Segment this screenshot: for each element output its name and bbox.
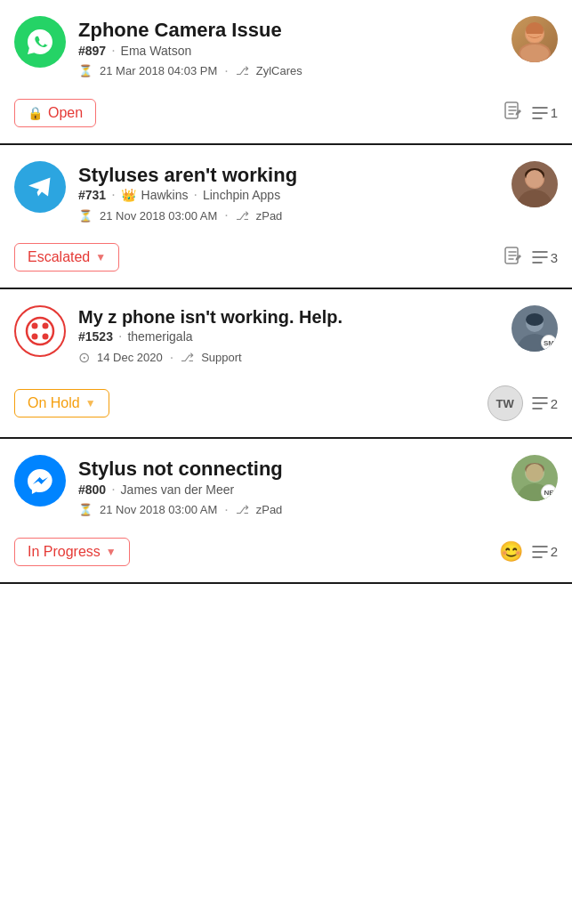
messenger-icon [14, 455, 66, 507]
ticket-title-4: Stylus not connecting [78, 457, 283, 482]
ticket-title-2: Styluses aren't working [78, 163, 297, 188]
edit-icon-2[interactable] [504, 246, 523, 270]
assignee-name-1: Ema Watson [121, 44, 192, 58]
status-badge-3[interactable]: On Hold ▼ [14, 389, 109, 417]
network-icon-1: ⎇ [236, 64, 249, 77]
assignee-name-2: Hawkins [141, 188, 189, 202]
svg-point-14 [32, 334, 38, 340]
svg-point-11 [27, 318, 53, 344]
ticket-card-3: My z phone isn't working. Help. #1523 · … [0, 289, 572, 439]
hourglass-icon-2: ⏳ [78, 209, 93, 223]
svg-point-6 [517, 190, 552, 207]
svg-point-4 [520, 45, 549, 62]
footer-right-1: 1 [504, 101, 558, 125]
avatar-3: SM [512, 305, 558, 352]
footer-right-2: 3 [504, 246, 558, 270]
ticket-title-3: My z phone isn't working. Help. [78, 305, 342, 328]
ticket-id-1: #897 [78, 44, 106, 58]
chevron-down-2: ▼ [95, 251, 106, 263]
ticket-card-1: Zphone Camera Issue #897 · Ema Watson ⏳ … [0, 0, 572, 145]
avatar-badge-4: NE [541, 484, 557, 500]
network-icon-3: ⎇ [181, 351, 194, 364]
telegram-icon [14, 161, 66, 213]
count-4: 2 [532, 544, 558, 559]
ticket-footer-1: 🔒 Open 1 [14, 99, 558, 127]
svg-point-12 [32, 323, 38, 329]
svg-point-18 [526, 313, 544, 326]
ticket-meta-1: #897 · Ema Watson [78, 43, 302, 59]
count-2: 3 [532, 250, 558, 265]
svg-point-15 [43, 334, 49, 340]
company-name-2: Linchpin Apps [203, 188, 280, 202]
ticket-footer-2: Escalated ▼ 3 [14, 243, 558, 272]
ticket-card-2: Styluses aren't working #731 · 👑 Hawkins… [0, 145, 572, 290]
network-icon-4: ⎇ [236, 503, 249, 516]
svg-point-9 [526, 170, 544, 188]
ticket-footer-4: In Progress ▼ 😊 2 [14, 538, 558, 566]
status-badge-1[interactable]: 🔒 Open [14, 99, 96, 127]
count-1: 1 [532, 105, 558, 120]
clock-icon-3: ⊙ [78, 349, 90, 366]
ticket-meta-3: #1523 · themerigala [78, 328, 342, 344]
count-3: 2 [532, 396, 558, 411]
smiley-icon-4: 😊 [499, 540, 523, 563]
chevron-down-4: ▼ [106, 546, 117, 558]
ticket-meta-4: #800 · James van der Meer [78, 482, 283, 498]
ticket-title-1: Zphone Camera Issue [78, 18, 302, 43]
ticket-id-4: #800 [78, 482, 106, 497]
ticket-id-3: #1523 [78, 329, 113, 344]
assignee-name-3: themerigala [127, 329, 192, 344]
ticket-id-2: #731 [78, 188, 106, 202]
hourglass-icon-1: ⏳ [78, 64, 93, 77]
ticket-time-2: ⏳ 21 Nov 2018 03:00 AM · ⎇ zPad [78, 207, 297, 223]
footer-right-4: 😊 2 [499, 540, 558, 563]
avatar-1 [512, 16, 558, 62]
edit-icon-1[interactable] [504, 101, 523, 125]
avatar-4: NE [512, 455, 558, 501]
chevron-down-3: ▼ [85, 397, 96, 409]
svg-point-13 [43, 323, 49, 329]
ticket-time-4: ⏳ 21 Nov 2018 03:00 AM · ⎇ zPad [78, 502, 283, 518]
status-badge-4[interactable]: In Progress ▼ [14, 538, 130, 566]
avatar-2 [512, 161, 558, 207]
ticket-meta-2: #731 · 👑 Hawkins · Linchpin Apps [78, 187, 297, 203]
footer-right-3: TW 2 [487, 385, 558, 421]
ticket-time-1: ⏳ 21 Mar 2018 04:03 PM · ⎇ ZylCares [78, 63, 302, 79]
svg-point-22 [526, 464, 544, 482]
avatar-badge-3: SM [541, 335, 557, 351]
ticket-time-3: ⊙ 14 Dec 2020 · ⎇ Support [78, 349, 342, 366]
hourglass-icon-4: ⏳ [78, 503, 93, 516]
grid-icon [14, 305, 66, 357]
lock-icon-1: 🔒 [28, 106, 43, 120]
status-badge-2[interactable]: Escalated ▼ [14, 243, 119, 272]
network-icon-2: ⎇ [236, 209, 249, 223]
whatsapp-icon [14, 16, 66, 68]
assignee-name-4: James van der Meer [121, 482, 235, 497]
ticket-footer-3: On Hold ▼ TW 2 [14, 385, 558, 421]
ticket-card-4: Stylus not connecting #800 · James van d… [0, 439, 572, 584]
assignee-avatar-3: TW [487, 385, 523, 421]
crown-icon-2: 👑 [121, 188, 136, 202]
